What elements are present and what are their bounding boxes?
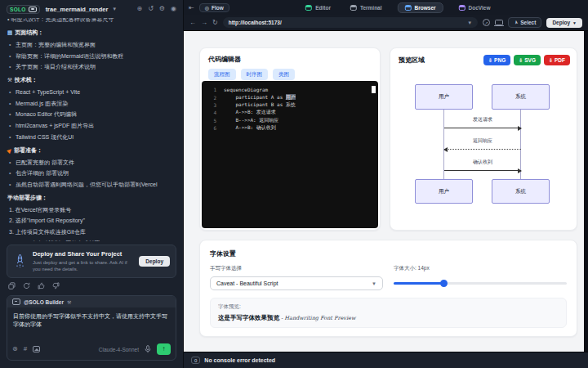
flow-icon: ◎: [205, 5, 209, 11]
profile-icon[interactable]: ◉: [171, 6, 176, 12]
list-item: 关于页面：项目介绍和技术说明: [9, 64, 176, 70]
collapse-panel-icon[interactable]: ⇤: [189, 4, 194, 11]
code-line: 1 sequenceDiagram: [202, 86, 378, 93]
url-dropdown-icon[interactable]: ▼: [467, 20, 472, 25]
editor-minimap[interactable]: [372, 86, 376, 93]
open-external-icon[interactable]: ↗: [483, 19, 490, 26]
code-line: 5 B-->>A: 返回响应: [202, 117, 378, 124]
font-preview-box: 字体预览: 这是手写字体效果预览 - Handwriting Font Prev…: [210, 298, 567, 328]
message-arrow-right: [444, 128, 521, 128]
tab-sequence[interactable]: 时序图: [241, 69, 269, 80]
list-item: 帮助页面：详细的Mermaid语法说明和教程: [9, 53, 176, 60]
model-selector[interactable]: Claude-4-Sonnet: [99, 347, 139, 352]
device-toggle-icon[interactable]: [495, 20, 503, 25]
list-item: Tailwind CSS 现代化UI: [9, 134, 176, 141]
tab-flowchart[interactable]: 流程图: [208, 69, 236, 80]
deploy-prep-list: 已配置完整的 部署文件 包含详细的 部署说明 虽然自动部署遇到网络问题，但您可以…: [7, 159, 176, 188]
actor-box-bottom: 用户: [415, 179, 473, 204]
slider-fill: [394, 282, 443, 285]
slider-track[interactable]: [394, 282, 567, 285]
deploy-button[interactable]: Deploy: [139, 256, 170, 267]
tab-editor[interactable]: Editor: [301, 2, 335, 13]
copy-icon[interactable]: [8, 282, 16, 289]
tab-terminal[interactable]: Terminal: [346, 2, 386, 13]
select-element-button[interactable]: ➣ Select: [508, 17, 541, 28]
regenerate-icon[interactable]: [23, 282, 30, 289]
tab-browser[interactable]: Browser: [398, 2, 443, 13]
tools-icon: ⚒: [7, 77, 12, 83]
tab-docview[interactable]: DocView: [455, 2, 495, 13]
chat-input-field[interactable]: 目前你使用的手写字体似乎不支持中文，请使用支持中文手写字体的字体: [7, 307, 176, 340]
history-icon[interactable]: ↺: [148, 6, 154, 12]
deploy-card-description: Just deploy and get a link to share. Ask…: [33, 259, 133, 272]
cursor-icon: ➣: [513, 20, 519, 25]
browser-icon: [405, 5, 412, 11]
chat-transcript[interactable]: • 响应式设计：完美适配各种设备屏幕尺寸 ▤ 页面结构： 主页面：完整的编辑和预…: [0, 18, 183, 241]
context-icon[interactable]: ⊛: [12, 346, 18, 352]
flow-button[interactable]: ◎ Flow: [199, 3, 229, 12]
project-name[interactable]: trae_mermaid_render: [46, 6, 109, 13]
workspace-tabs: Editor Terminal Browser DocView: [301, 0, 494, 15]
monaco-editor[interactable]: 1 sequenceDiagram 2 participant A as 用户 …: [202, 81, 378, 228]
back-icon[interactable]: ←: [189, 20, 196, 26]
microphone-icon[interactable]: [145, 345, 151, 353]
panel-title: 字体设置: [210, 249, 567, 258]
forward-icon[interactable]: →: [201, 20, 207, 26]
send-button[interactable]: ↑: [157, 343, 171, 355]
chevron-down-icon: ▼: [572, 20, 577, 25]
thumbs-down-icon[interactable]: [52, 282, 60, 289]
browser-urlbar: ← → ↻ http://localhost:5173/ ▼ ↗ ➣ Selec…: [184, 15, 588, 31]
font-preview-label: 字体预览:: [218, 303, 559, 311]
left-sidebar: SOLO trae_mermaid_render ▼ ⊕ ↺ ⚙ ◉ • 响应式…: [0, 0, 184, 368]
message-label: 确认收到: [444, 159, 521, 166]
page-structure-list: 主页面：完整的编辑和预览界面 帮助页面：详细的Mermaid语法说明和教程 关于…: [7, 42, 176, 70]
attach-image-icon[interactable]: [33, 346, 40, 352]
step-item: 3. 上传项目文件或连接Git仓库: [9, 229, 176, 236]
builder-icon: [29, 7, 37, 12]
chevron-down-icon: ▼: [372, 281, 376, 286]
url-input[interactable]: http://localhost:5173/ ▼: [223, 17, 478, 28]
slider-thumb[interactable]: [440, 280, 448, 287]
section-heading-manual-steps: 手动部署步骤：: [7, 194, 176, 202]
section-heading-deploy: ▶ 部署准备：: [7, 146, 176, 155]
terminal-icon: [350, 5, 357, 11]
agent-name: @SOLO Builder: [24, 299, 64, 305]
hash-icon[interactable]: #: [24, 346, 27, 352]
sidebar-header-actions: ⊕ ↺ ⚙ ◉: [136, 6, 176, 12]
chat-input-box: @SOLO Builder ⚒ 目前你使用的手写字体似乎不支持中文，请使用支持中…: [7, 295, 176, 361]
error-count-badge: 0: [191, 357, 200, 364]
console-statusbar: 0 No console error detected: [184, 352, 588, 368]
thumbs-up-icon[interactable]: [38, 282, 45, 289]
selected-text: 用户: [286, 94, 296, 100]
code-line: 2 participant A as 用户: [202, 93, 378, 101]
refresh-icon[interactable]: ↻: [212, 20, 218, 26]
font-settings-panel: 字体设置 手写字体选择 Caveat - Beautiful Script ▼ …: [199, 240, 577, 337]
font-select[interactable]: Caveat - Beautiful Script ▼: [210, 276, 383, 290]
list-item: html2canvas + jsPDF 图片导出: [9, 123, 176, 129]
deploy-dropdown-button[interactable]: Deploy ▼: [546, 18, 582, 28]
actor-box-top: 用户: [415, 84, 473, 110]
code-editor-panel: 代码编辑器 流程图 时序图 类图 1 sequenceDiagram 2 par…: [199, 47, 381, 231]
preview-panel: 预览区域 ⇩ PNG ⇩ SVG ⇩ PDF: [390, 47, 577, 231]
font-size-slider[interactable]: [394, 276, 567, 290]
rocket-icon: ▶: [6, 146, 13, 154]
section-heading-tech: ⚒ 技术栈：: [7, 76, 176, 84]
url-text: http://localhost:5173/: [229, 20, 465, 25]
message-label: 返回响应: [444, 137, 521, 145]
status-message: No console error detected: [204, 357, 275, 363]
list-item: 已配置完整的 部署文件: [9, 159, 176, 166]
new-chat-icon[interactable]: ⊕: [136, 6, 142, 12]
list-item: 包含详细的 部署说明: [9, 170, 176, 177]
message-label: 发送请求: [444, 116, 521, 123]
mermaid-sequence-diagram: 用户 系统 发送请求 返回响应 确认收到 用户 系统: [390, 48, 577, 230]
builder-terminal-icon: [12, 298, 20, 305]
browser-viewport: 代码编辑器 流程图 时序图 类图 1 sequenceDiagram 2 par…: [184, 31, 588, 352]
diagram-type-tabs: 流程图 时序图 类图: [208, 69, 380, 80]
chevron-down-icon[interactable]: ▼: [112, 7, 117, 11]
solo-logo[interactable]: SOLO: [7, 5, 40, 14]
chat-input-header: @SOLO Builder ⚒: [7, 296, 176, 307]
code-line: 4 A->>B: 发送请求: [202, 109, 378, 116]
builder-mode-icon: ⚒: [67, 299, 71, 305]
tab-class[interactable]: 类图: [273, 69, 295, 80]
settings-icon[interactable]: ⚙: [159, 6, 165, 12]
